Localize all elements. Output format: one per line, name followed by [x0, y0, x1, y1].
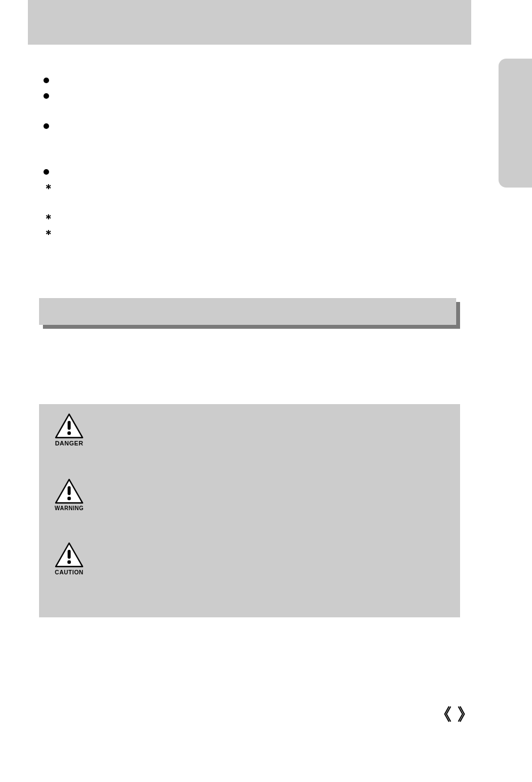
- bullet-icon: [43, 169, 49, 175]
- alert-triangle-icon: [55, 478, 84, 504]
- bullet-icon: [43, 123, 49, 129]
- asterisk-marker: ＊: [43, 227, 54, 242]
- left-angle-bracket-icon: 《: [435, 705, 452, 723]
- svg-rect-0: [67, 421, 70, 430]
- danger-icon: DANGER: [55, 413, 84, 447]
- alert-triangle-icon: [55, 413, 84, 439]
- caution-icon: CAUTION: [55, 542, 84, 575]
- manual-page: ＊ ＊ ＊ DANGER WARNING CAUTION 《》: [0, 0, 532, 782]
- svg-point-5: [67, 560, 71, 564]
- caution-label: CAUTION: [55, 569, 83, 575]
- side-index-tab: [499, 59, 532, 188]
- bullet-icon: [43, 78, 49, 83]
- svg-point-3: [67, 497, 71, 500]
- danger-label: DANGER: [55, 440, 84, 447]
- right-angle-bracket-icon: 》: [457, 705, 474, 723]
- svg-rect-2: [67, 486, 70, 495]
- safety-symbols-panel: DANGER WARNING CAUTION: [39, 404, 460, 617]
- warning-label: WARNING: [55, 505, 84, 511]
- alert-triangle-icon: [55, 542, 84, 568]
- svg-point-1: [67, 431, 71, 435]
- asterisk-marker: ＊: [43, 211, 54, 226]
- asterisk-marker: ＊: [43, 181, 54, 196]
- page-number-brackets: 《》: [435, 703, 474, 726]
- top-banner-box: [28, 0, 471, 45]
- warning-icon: WARNING: [55, 478, 84, 511]
- bullet-icon: [43, 93, 49, 99]
- section-heading-face: [39, 298, 456, 325]
- section-heading-bar: [39, 298, 460, 329]
- svg-rect-4: [67, 550, 70, 559]
